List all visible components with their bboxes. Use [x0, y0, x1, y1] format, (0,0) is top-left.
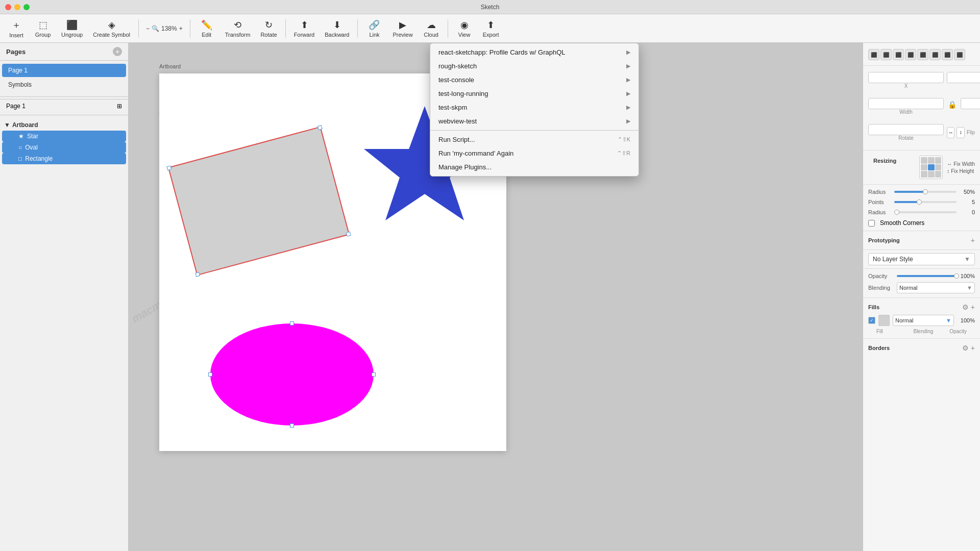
chevron-right-icon: ▶	[626, 63, 630, 69]
group-button[interactable]: ⬚ Group	[31, 17, 55, 40]
fills-settings-button[interactable]: ⚙	[962, 303, 969, 311]
menu-item-react-sketchapp[interactable]: react-sketchapp: Profile Cards w/ GraphQ…	[430, 45, 639, 59]
sidebar-item-symbols[interactable]: Symbols	[2, 78, 126, 91]
height-input[interactable]	[961, 98, 980, 109]
distribute-v-button[interactable]: ⬛	[954, 49, 965, 60]
rotate-button[interactable]: ↻ Rotate	[256, 17, 281, 40]
collapse-icon: ▼	[4, 121, 10, 129]
fill-color-swatch[interactable]	[878, 315, 890, 326]
zoom-decrease-icon[interactable]: −	[146, 25, 150, 32]
backward-button[interactable]: ⬇ Backward	[321, 17, 353, 40]
smooth-corners-checkbox[interactable]	[868, 220, 875, 227]
flip-v-button[interactable]: ↕	[957, 127, 964, 138]
edit-button[interactable]: ✏️ Edit	[194, 17, 219, 40]
radius-slider-track[interactable]	[894, 191, 957, 193]
align-bottom-button[interactable]: ⬛	[929, 49, 941, 60]
menu-item-webview-test[interactable]: webview-test ▶	[430, 114, 639, 128]
radius-slider-thumb[interactable]	[923, 189, 928, 194]
group-icon: ⬚	[39, 19, 47, 31]
prototyping-add-button[interactable]: +	[971, 236, 975, 244]
fill-checkbox[interactable]: ✓	[868, 317, 875, 324]
link-button[interactable]: 🔗 Link	[362, 17, 386, 40]
rotate-input[interactable]	[868, 124, 944, 135]
zoom-control[interactable]: − 🔍 138% +	[143, 25, 186, 32]
menu-item-test-skpm[interactable]: test-skpm ▶	[430, 101, 639, 114]
radius-slider-fill	[894, 191, 925, 193]
forward-button[interactable]: ⬆ Forward	[290, 17, 318, 40]
menu-item-test-long-running[interactable]: test-long-running ▶	[430, 87, 639, 101]
shape-oval[interactable]	[210, 323, 374, 425]
ungroup-button[interactable]: ⬛ Ungroup	[57, 17, 87, 40]
transform-row: Rotate ↔ ↕ Flip	[868, 124, 975, 141]
points-slider-thumb[interactable]	[917, 199, 922, 205]
insert-button[interactable]: ＋ Insert	[4, 17, 29, 40]
backward-icon: ⬇	[333, 19, 341, 31]
panel-divider-8	[863, 338, 980, 339]
zoom-increase-icon[interactable]: +	[179, 25, 183, 32]
menu-item-test-console[interactable]: test-console ▶	[430, 73, 639, 87]
fill-blending-select[interactable]: Normal ▼	[893, 315, 954, 326]
transform-section: Rotate ↔ ↕ Flip	[863, 121, 980, 147]
layer-style-dropdown[interactable]: No Layer Style ▼	[868, 253, 975, 265]
panel-divider-6	[863, 268, 980, 269]
toolbar: ＋ Insert ⬚ Group ⬛ Ungroup ◈ Create Symb…	[0, 14, 980, 43]
chevron-right-icon: ▶	[626, 49, 630, 56]
view-button[interactable]: ◉ View	[452, 17, 477, 40]
layer-item-oval[interactable]: ○ Oval	[2, 142, 126, 153]
borders-add-button[interactable]: +	[971, 344, 975, 352]
fix-width-icon: ↔	[947, 161, 952, 167]
fills-add-button[interactable]: +	[971, 303, 975, 311]
star-icon: ★	[18, 133, 24, 140]
layer-item-rectangle[interactable]: □ Rectangle	[2, 153, 126, 164]
resizing-widget[interactable]	[919, 156, 943, 179]
cloud-button[interactable]: ☁ Cloud	[419, 17, 444, 40]
edit-icon: ✏️	[201, 19, 212, 31]
flip-h-button[interactable]: ↔	[947, 127, 954, 138]
distribute-h-button[interactable]: ⬛	[942, 49, 953, 60]
chevron-right-icon: ▶	[626, 77, 630, 83]
add-page-button[interactable]: +	[113, 47, 122, 56]
export-button[interactable]: ⬆ Export	[479, 17, 503, 40]
borders-header: Borders ⚙ +	[863, 342, 980, 354]
title-bar: Sketch	[0, 0, 980, 14]
points-slider-track[interactable]	[894, 201, 957, 203]
menu-item-run-script[interactable]: Run Script... ⌃⇧K	[430, 133, 639, 146]
opacity-slider-thumb[interactable]	[954, 273, 959, 279]
sidebar-item-page1[interactable]: Page 1	[2, 64, 126, 77]
toolbar-divider-1	[138, 19, 139, 38]
align-right-button[interactable]: ⬛	[893, 49, 904, 60]
canvas-area[interactable]: macmj.com macmj.com macmj.com macmj.com …	[129, 43, 863, 551]
blending-select[interactable]: Normal ▼	[897, 282, 975, 293]
borders-settings-button[interactable]: ⚙	[962, 344, 969, 352]
toolbar-divider-2	[190, 19, 190, 38]
size-section: Width 🔒 Height	[863, 95, 980, 121]
preview-button[interactable]: ▶ Preview	[388, 17, 416, 40]
menu-item-rough-sketch[interactable]: rough-sketch ▶	[430, 59, 639, 73]
maximize-button[interactable]	[23, 4, 30, 10]
opacity-slider-track[interactable]	[897, 275, 957, 277]
menu-item-manage-plugins[interactable]: Manage Plugins...	[430, 160, 639, 174]
fills-header: Fills ⚙ +	[863, 301, 980, 313]
transform-button[interactable]: ⟲ Transform	[221, 17, 255, 40]
menu-item-run-again[interactable]: Run 'my-command' Again ⌃⇧R	[430, 146, 639, 160]
radius2-slider-thumb[interactable]	[894, 210, 899, 215]
width-input[interactable]	[868, 98, 944, 109]
blending-row: Blending Normal ▼	[863, 281, 980, 294]
align-left-button[interactable]: ⬛	[868, 49, 879, 60]
resizing-row: Resizing ↔ Fix Width	[863, 154, 980, 181]
shape-rectangle[interactable]	[168, 127, 350, 276]
points-slider-row: Points 5	[863, 198, 980, 206]
fix-height-icon: ↕	[947, 168, 949, 174]
layer-item-star[interactable]: ★ Star	[2, 131, 126, 142]
align-center-v-button[interactable]: ⬛	[917, 49, 928, 60]
align-top-button[interactable]: ⬛	[905, 49, 916, 60]
close-button[interactable]	[5, 4, 11, 10]
position-y-input[interactable]	[947, 72, 980, 83]
create-symbol-button[interactable]: ◈ Create Symbol	[89, 17, 134, 40]
align-center-h-button[interactable]: ⬛	[880, 49, 892, 60]
main-layout: Pages + Page 1 Symbols Page 1 ⊞ ▼ Artboa…	[0, 43, 980, 551]
position-x-input[interactable]	[868, 72, 944, 83]
radius2-slider-track[interactable]	[894, 211, 957, 213]
artboard-group[interactable]: ▼ Artboard	[0, 119, 128, 131]
minimize-button[interactable]	[14, 4, 20, 10]
